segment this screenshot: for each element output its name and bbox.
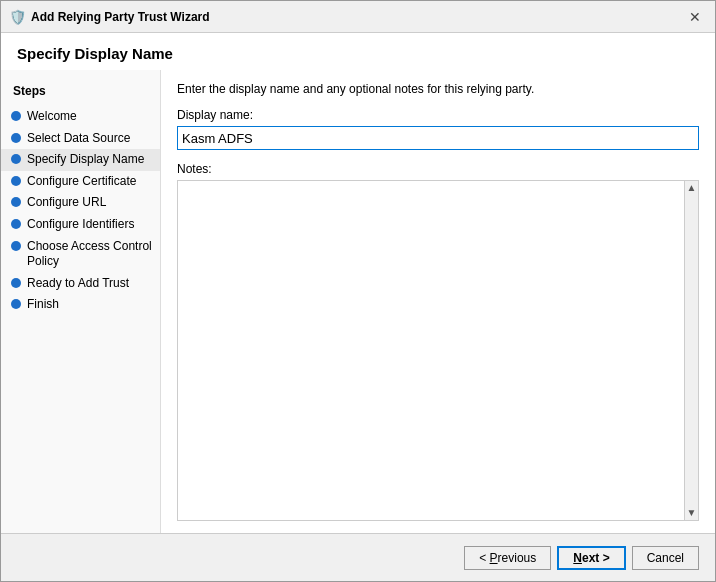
sidebar-item-ready-to-add[interactable]: Ready to Add Trust bbox=[1, 273, 160, 295]
sidebar-item-label: Finish bbox=[27, 297, 152, 313]
sidebar-item-label: Choose Access Control Policy bbox=[27, 239, 152, 270]
sidebar-item-label: Configure Identifiers bbox=[27, 217, 152, 233]
sidebar-item-welcome[interactable]: Welcome bbox=[1, 106, 160, 128]
sidebar-item-label: Configure Certificate bbox=[27, 174, 152, 190]
step-dot-select bbox=[11, 133, 21, 143]
step-dot-display-name bbox=[11, 154, 21, 164]
step-dot-ready bbox=[11, 278, 21, 288]
step-dot-access bbox=[11, 241, 21, 251]
display-name-input[interactable] bbox=[177, 126, 699, 150]
sidebar-item-configure-identifiers[interactable]: Configure Identifiers bbox=[1, 214, 160, 236]
footer: < Previous Next > Cancel bbox=[1, 533, 715, 581]
close-button[interactable]: ✕ bbox=[683, 7, 707, 27]
step-dot-welcome bbox=[11, 111, 21, 121]
notes-area: ▲ ▼ bbox=[177, 180, 699, 521]
window-icon: 🛡️ bbox=[9, 9, 25, 25]
page-title: Specify Display Name bbox=[1, 33, 715, 70]
step-dot-finish bbox=[11, 299, 21, 309]
window-title: Add Relying Party Trust Wizard bbox=[31, 10, 683, 24]
previous-button[interactable]: < Previous bbox=[464, 546, 551, 570]
sidebar-item-select-data-source[interactable]: Select Data Source bbox=[1, 128, 160, 150]
sidebar-item-configure-certificate[interactable]: Configure Certificate bbox=[1, 171, 160, 193]
description-text: Enter the display name and any optional … bbox=[177, 82, 699, 96]
sidebar: Steps Welcome Select Data Source Specify… bbox=[1, 70, 161, 533]
notes-textarea[interactable] bbox=[178, 181, 684, 520]
sidebar-item-label: Select Data Source bbox=[27, 131, 152, 147]
sidebar-heading: Steps bbox=[1, 80, 160, 106]
scroll-up-icon: ▲ bbox=[687, 183, 697, 193]
sidebar-item-label: Welcome bbox=[27, 109, 152, 125]
wizard-window: 🛡️ Add Relying Party Trust Wizard ✕ Spec… bbox=[0, 0, 716, 582]
step-dot-url bbox=[11, 197, 21, 207]
title-bar: 🛡️ Add Relying Party Trust Wizard ✕ bbox=[1, 1, 715, 33]
sidebar-item-label: Ready to Add Trust bbox=[27, 276, 152, 292]
sidebar-item-finish[interactable]: Finish bbox=[1, 294, 160, 316]
notes-scrollbar[interactable]: ▲ ▼ bbox=[684, 181, 698, 520]
next-button[interactable]: Next > bbox=[557, 546, 625, 570]
notes-label: Notes: bbox=[177, 162, 699, 176]
sidebar-item-specify-display-name[interactable]: Specify Display Name bbox=[1, 149, 160, 171]
step-dot-certificate bbox=[11, 176, 21, 186]
sidebar-item-configure-url[interactable]: Configure URL bbox=[1, 192, 160, 214]
main-panel: Enter the display name and any optional … bbox=[161, 70, 715, 533]
sidebar-item-access-control[interactable]: Choose Access Control Policy bbox=[1, 236, 160, 273]
content-area: Steps Welcome Select Data Source Specify… bbox=[1, 70, 715, 533]
display-name-label: Display name: bbox=[177, 108, 699, 122]
cancel-button[interactable]: Cancel bbox=[632, 546, 699, 570]
sidebar-item-label: Specify Display Name bbox=[27, 152, 152, 168]
sidebar-item-label: Configure URL bbox=[27, 195, 152, 211]
scroll-down-icon: ▼ bbox=[687, 508, 697, 518]
step-dot-identifiers bbox=[11, 219, 21, 229]
